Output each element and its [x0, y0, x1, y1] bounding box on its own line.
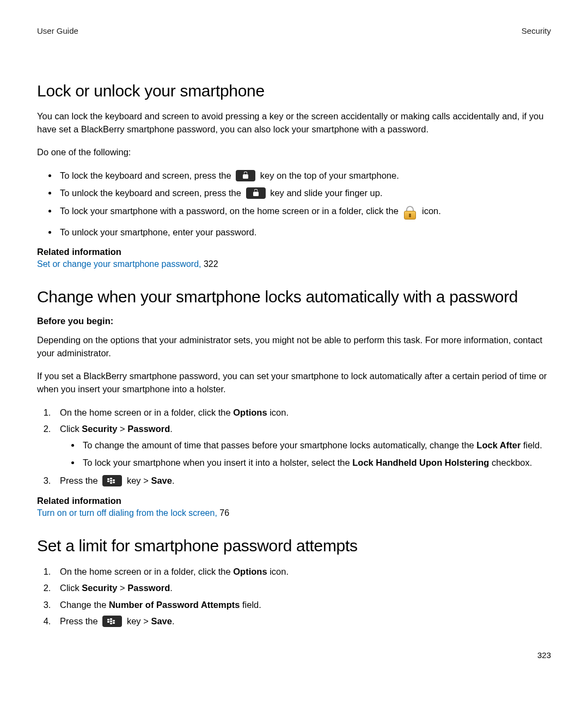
bold-text: Password — [127, 583, 170, 593]
bold-text: Lock Handheld Upon Holstering — [352, 458, 489, 467]
list-item: On the home screen or in a folder, click… — [53, 406, 551, 420]
header-left: User Guide — [37, 26, 78, 35]
intro-paragraph: You can lock the keyboard and screen to … — [37, 110, 551, 136]
related-label: Related information — [37, 247, 551, 257]
related-line: Set or change your smartphone password, … — [37, 259, 551, 269]
text: To lock the keyboard and screen, press t… — [60, 171, 234, 180]
page-number: 323 — [37, 650, 551, 660]
sub-list: To change the amount of time that passes… — [60, 439, 551, 470]
paragraph: If you set a BlackBerry smartphone passw… — [37, 370, 551, 396]
related-info: Related information Set or change your s… — [37, 247, 551, 269]
text: . — [172, 476, 175, 485]
text: > — [117, 424, 127, 434]
related-page: 322 — [201, 259, 218, 269]
heading-auto-lock: Change when your smartphone locks automa… — [37, 288, 551, 306]
related-link[interactable]: Set or change your smartphone password, — [37, 259, 201, 269]
text: icon. — [422, 206, 441, 216]
related-info: Related information Turn on or turn off … — [37, 496, 551, 518]
bold-text: Lock After — [476, 440, 520, 450]
text: > — [117, 583, 127, 593]
text: icon. — [267, 407, 289, 417]
list-item: On the home screen or in a folder, click… — [53, 565, 551, 579]
text: field. — [520, 440, 542, 450]
list-item: To change the amount of time that passes… — [81, 439, 551, 453]
bold-text: Password — [127, 424, 170, 434]
list-item: To unlock your smartphone, enter your pa… — [58, 226, 551, 240]
bold-text: Options — [233, 407, 267, 417]
paragraph: Depending on the options that your admin… — [37, 334, 551, 360]
text: On the home screen or in a folder, click… — [60, 567, 233, 576]
related-link[interactable]: Turn on or turn off dialing from the loc… — [37, 508, 217, 518]
lead-text: Do one of the following: — [37, 146, 551, 159]
header-right: Security — [522, 26, 551, 35]
related-label: Related information — [37, 496, 551, 506]
bold-text: Security — [82, 424, 117, 434]
text: To change the amount of time that passes… — [83, 440, 476, 450]
lock-key-icon — [236, 170, 255, 181]
list-item: Click Security > Password. — [53, 581, 551, 595]
bold-text: Options — [233, 567, 267, 576]
text: icon. — [267, 567, 289, 576]
text: Click — [60, 424, 82, 434]
bold-text: Security — [82, 583, 117, 593]
text: Press the — [60, 476, 100, 485]
text: . — [172, 616, 175, 626]
text: Change the — [60, 600, 109, 610]
text: Click — [60, 583, 82, 593]
related-page: 76 — [217, 508, 229, 518]
password-attempts-steps: On the home screen or in a folder, click… — [37, 565, 551, 629]
bold-text: Save — [151, 476, 172, 485]
text: key on the top of your smartphone. — [260, 171, 399, 180]
text: Press the — [60, 616, 100, 626]
lock-key-icon — [246, 187, 266, 199]
list-item: Change the Number of Password Attempts f… — [53, 598, 551, 612]
related-line: Turn on or turn off dialing from the loc… — [37, 508, 551, 518]
heading-password-attempts: Set a limit for smartphone password atte… — [37, 537, 551, 555]
heading-lock-unlock: Lock or unlock your smartphone — [37, 82, 551, 100]
bold-text: Save — [151, 616, 172, 626]
text: To unlock the keyboard and screen, press… — [60, 188, 244, 198]
list-item: Press the key > Save. — [53, 474, 551, 488]
text: field. — [240, 600, 261, 610]
list-item: Click Security > Password. To change the… — [53, 422, 551, 470]
list-item: To unlock the keyboard and screen, press… — [58, 186, 551, 200]
text: key > — [127, 616, 151, 626]
text: To lock your smartphone with a password,… — [60, 206, 401, 216]
lock-unlock-list: To lock the keyboard and screen, press t… — [37, 169, 551, 239]
auto-lock-steps: On the home screen or in a folder, click… — [37, 406, 551, 488]
text: . — [170, 424, 173, 434]
page-header: User Guide Security — [37, 26, 551, 35]
list-item: Press the key > Save. — [53, 614, 551, 629]
blackberry-key-icon — [102, 616, 122, 627]
text: On the home screen or in a folder, click… — [60, 407, 233, 417]
text: key and slide your finger up. — [270, 188, 382, 198]
list-item: To lock the keyboard and screen, press t… — [58, 169, 551, 183]
before-you-begin-label: Before you begin: — [37, 316, 551, 326]
bold-text: Number of Password Attempts — [109, 600, 240, 610]
blackberry-key-icon — [102, 475, 122, 486]
page: User Guide Security Lock or unlock your … — [0, 0, 588, 681]
text: . — [170, 583, 173, 593]
text: To lock your smartphone when you insert … — [83, 458, 352, 467]
padlock-icon — [403, 206, 417, 220]
list-item: To lock your smartphone with a password,… — [58, 204, 551, 219]
text: key > — [127, 476, 151, 485]
list-item: To lock your smartphone when you insert … — [81, 456, 551, 470]
text: checkbox. — [489, 458, 532, 467]
